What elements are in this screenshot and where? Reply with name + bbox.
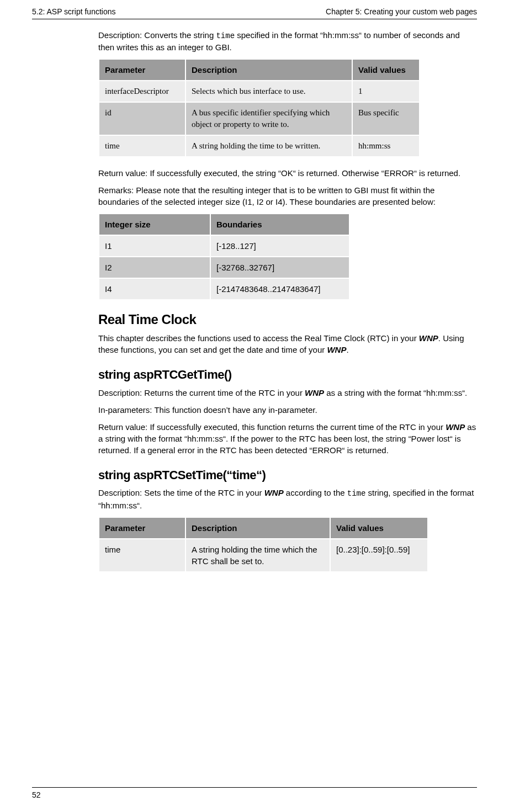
cell: [-128..127]	[211, 236, 349, 256]
cell: time	[99, 136, 185, 156]
text: .	[346, 345, 348, 354]
wnp-term: WNP	[305, 388, 324, 397]
cell: interfaceDescriptor	[99, 81, 185, 102]
th-valid-values: Valid values	[331, 518, 427, 538]
content-area: Description: Converts the string time sp…	[98, 29, 477, 572]
cell: hh:mm:ss	[353, 136, 419, 156]
text: This chapter describes the functions use…	[98, 333, 419, 343]
table-row: I4 [-2147483648..2147483647]	[99, 279, 349, 299]
parameter-table-settime: Parameter Description Valid values time …	[98, 517, 428, 572]
page-footer: 52	[32, 787, 477, 801]
gettime-return-para: Return value: If successfully executed, …	[98, 421, 477, 456]
remarks-para: Remarks: Please note that the resulting …	[98, 184, 477, 208]
cell: 1	[353, 81, 419, 102]
header-right: Chapter 5: Creating your custom web page…	[326, 7, 477, 18]
th-valid-values: Valid val­ues	[353, 60, 419, 80]
table-header-row: Parameter Description Valid val­ues	[99, 60, 419, 80]
text: as a string with the format “hh:mm:ss“.	[324, 388, 467, 397]
th-integer-size: Integer size	[99, 214, 210, 235]
cell: [-2147483648..2147483647]	[211, 279, 349, 299]
cell: A string holding the time to be written.	[186, 136, 352, 156]
desc-code: time	[216, 31, 235, 40]
cell: I2	[99, 257, 210, 278]
cell: Bus specific	[353, 103, 419, 135]
cell: I4	[99, 279, 210, 299]
text: Return value: If successfully executed, …	[98, 422, 446, 432]
text: Description: Sets the time of the RTC in…	[98, 488, 264, 497]
th-description: Description	[186, 518, 330, 538]
table-row: time A string holding the time which the…	[99, 539, 427, 571]
table-header-row: Integer size Boundaries	[99, 214, 349, 235]
wnp-term: WNP	[419, 333, 438, 343]
table-header-row: Parameter Description Valid values	[99, 518, 427, 538]
heading-settime: string aspRTCSetTime(“time“)	[98, 467, 477, 484]
return-value-para: Return value: If successfully executed, …	[98, 167, 477, 179]
wnp-term: WNP	[264, 488, 284, 497]
parameter-table-1: Parameter Description Valid val­ues inte…	[98, 59, 420, 157]
desc-text-a: Description: Converts the string	[98, 30, 216, 40]
wnp-term: WNP	[446, 422, 465, 432]
page-header: 5.2: ASP script functions Chapter 5: Cre…	[32, 0, 477, 19]
cell: [-32768..32767]	[211, 257, 349, 278]
cell: [0..23]:[0..59]:[0..59]	[331, 539, 427, 571]
cell: I1	[99, 236, 210, 256]
gettime-desc-para: Description: Returns the current time of…	[98, 387, 477, 399]
description-para: Description: Converts the string time sp…	[98, 29, 477, 54]
heading-gettime: string aspRTCGetTime()	[98, 367, 477, 384]
table-row: I2 [-32768..32767]	[99, 257, 349, 278]
boundaries-table: Integer size Boundaries I1 [-128..127] I…	[98, 213, 350, 300]
code: time	[347, 489, 366, 498]
heading-rtc: Real Time Clock	[98, 310, 477, 329]
table-row: I1 [-128..127]	[99, 236, 349, 256]
gettime-inparam-para: In-parameters: This function doesn’t hav…	[98, 404, 477, 416]
cell: Selects which bus interface to use.	[186, 81, 352, 102]
th-description: Description	[186, 60, 352, 80]
table-row: id A bus specific identifier specifying …	[99, 103, 419, 135]
rtc-intro-para: This chapter describes the functions use…	[98, 332, 477, 355]
header-left: 5.2: ASP script functions	[32, 7, 116, 18]
text: according to the	[284, 488, 347, 497]
th-boundaries: Boundaries	[211, 214, 349, 235]
cell: A bus specific identifier specifying whi…	[186, 103, 352, 135]
table-row: interfaceDescriptor Selects which bus in…	[99, 81, 419, 102]
cell: time	[99, 539, 185, 571]
page-number: 52	[32, 790, 41, 799]
cell: A string holding the time which the RTC …	[186, 539, 330, 571]
th-parameter: Parameter	[99, 518, 185, 538]
table-row: time A string holding the time to be wri…	[99, 136, 419, 156]
th-parameter: Parameter	[99, 60, 185, 80]
wnp-term: WNP	[327, 345, 346, 354]
settime-desc-para: Description: Sets the time of the RTC in…	[98, 487, 477, 511]
text: Description: Returns the current time of…	[98, 388, 305, 397]
cell: id	[99, 103, 185, 135]
